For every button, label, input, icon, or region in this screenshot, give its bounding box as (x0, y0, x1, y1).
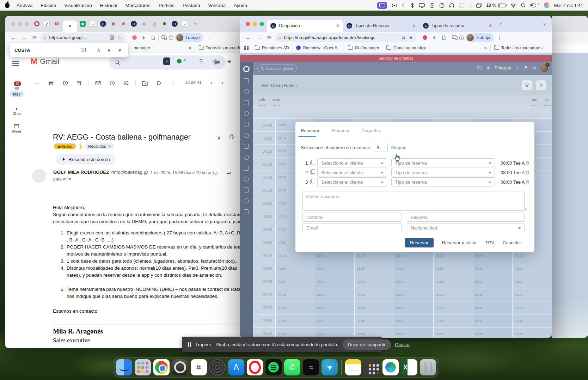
pinned-tab-burst-icon[interactable]: ✹ (121, 21, 127, 27)
sidebar-marketing-icon[interactable] (244, 177, 249, 182)
grid-cell[interactable]: 09:20 (354, 301, 394, 314)
reservar-button[interactable]: Reservar (405, 238, 434, 247)
grid-cell[interactable]: 09:00 (473, 275, 512, 288)
nav-meet[interactable]: 🗖Meet (5, 123, 28, 134)
extension-bolt-icon[interactable] (432, 35, 436, 40)
sidebar-tools-icon[interactable] (244, 188, 249, 192)
sidebar-schedule-icon[interactable] (244, 144, 249, 149)
duplicate-row-icon[interactable] (310, 170, 314, 174)
dock-camera-lens-icon[interactable] (209, 359, 226, 375)
mark-unread-icon[interactable] (91, 80, 105, 86)
grid-cell[interactable]: 09:10 (275, 288, 315, 301)
client-select[interactable]: Seleccione el cliente (317, 158, 387, 167)
tab-tipos-de-recurso[interactable]: O Tipos de recurso ✕ (419, 20, 496, 32)
bookmark-openai[interactable]: Overview - OpenA... (296, 45, 341, 50)
extension-jug-icon[interactable] (441, 35, 446, 40)
menu-clock[interactable]: Mar 2 dic 1:41 (554, 3, 583, 8)
bookmarks-overflow-chevron[interactable]: » (484, 45, 486, 50)
grid-cell[interactable]: 09:40 (473, 327, 512, 338)
delete-row-icon[interactable] (525, 179, 529, 186)
delete-icon[interactable] (72, 79, 86, 86)
back-to-inbox-icon[interactable]: ← (30, 80, 44, 86)
observations-textarea[interactable] (302, 191, 525, 211)
grid-cell[interactable]: 09:20 (394, 301, 433, 314)
sidebar-members-icon[interactable] (244, 133, 249, 138)
grid-cell[interactable]: 09:20 (275, 301, 315, 314)
new-tab-button[interactable]: + (194, 21, 197, 27)
sidebar-vouchers-icon[interactable] (244, 166, 249, 171)
grid-cell[interactable]: 09:00 (354, 275, 394, 288)
menu-marcadores[interactable]: Marcadores (125, 3, 151, 8)
collapse-icon[interactable]: ∨ (217, 134, 221, 141)
grid-cell[interactable]: 09:30 (394, 314, 433, 327)
pinned-tab-incognito-icon[interactable]: Ø (110, 21, 116, 27)
menu-pestana[interactable]: Pestaña (183, 3, 200, 8)
forward-button[interactable]: → (19, 35, 29, 41)
nationality-select[interactable]: Nacionalidad (407, 223, 525, 232)
star-email-icon[interactable]: ☆ (214, 170, 219, 177)
grid-cell[interactable]: 09:40 (354, 327, 394, 338)
reply-icon[interactable]: ↩ (227, 170, 231, 177)
pinned-tab-globe-icon[interactable]: ◍ (141, 21, 147, 27)
add-to-tasks-icon[interactable] (119, 79, 133, 86)
grid-cell[interactable]: 09:30 (354, 314, 394, 327)
gemini-sparkle-icon[interactable]: ✦ (227, 58, 232, 66)
pinned-tab-record-icon[interactable] (34, 21, 39, 26)
groups-link[interactable]: Grupos (391, 145, 406, 150)
grid-cell[interactable]: 08:50 (433, 262, 473, 275)
grid-cell[interactable]: 09:40 (394, 327, 433, 338)
modal-tab-paquetes[interactable]: Paquetes (362, 128, 381, 133)
pinned-tab-app-icon[interactable]: ▫ (182, 21, 188, 27)
dock-opera-icon[interactable] (247, 359, 263, 375)
gmail-menu-icon[interactable] (12, 61, 19, 62)
tab-search-chevron[interactable]: ∨ (543, 22, 548, 26)
grid-cell[interactable]: 09:10 (354, 288, 394, 301)
cancelar-button[interactable]: Cancelar (503, 240, 521, 245)
trupeer-menubar-icon[interactable] (544, 2, 550, 8)
forward-button[interactable]: → (254, 35, 263, 41)
find-prev-button[interactable]: ∧ (96, 48, 102, 53)
pinned-tab-gmail-icon[interactable]: M (54, 21, 60, 27)
minimize-window-button[interactable] (253, 22, 257, 26)
battery-indicator[interactable]: 18 % (486, 3, 506, 8)
pinned-tab-golfmanager-icon[interactable]: O (131, 21, 137, 27)
bookmark-golfmanager[interactable]: Golfmanager (348, 45, 379, 50)
snooze-clock-icon[interactable] (105, 79, 119, 86)
find-next-button[interactable]: ∨ (106, 48, 112, 53)
device-toolbar-icon[interactable] (161, 35, 167, 40)
grid-cell[interactable]: 08:50 (354, 262, 394, 275)
duplicate-row-icon[interactable] (310, 161, 314, 165)
close-window-button[interactable] (246, 22, 250, 26)
profile-chip[interactable]: Trabajo (465, 33, 494, 42)
apps-grid-icon[interactable] (244, 46, 249, 50)
bookmark-reuniones[interactable]: Reuniones AD (255, 45, 289, 50)
duplicate-row-icon[interactable] (310, 180, 314, 184)
reservation-type-select[interactable]: Tipo de reserva (391, 168, 495, 177)
minimize-window-button[interactable] (18, 22, 22, 26)
dock-launchpad-icon[interactable] (135, 359, 151, 375)
grid-cell[interactable]: 09:40 (433, 327, 473, 338)
menu-historial[interactable]: Historial (100, 3, 117, 8)
client-select[interactable]: Seleccione el cliente (317, 177, 387, 186)
grid-cell[interactable]: 08:50 (473, 262, 512, 275)
search-icon[interactable] (115, 60, 120, 65)
control-center-icon[interactable] (530, 4, 536, 7)
sidebar-billing-icon[interactable] (244, 198, 249, 203)
remove-label-icon[interactable]: ✕ (108, 145, 111, 148)
grid-cell[interactable]: 09:00 (315, 275, 354, 288)
older-email-chevron[interactable]: › (221, 80, 223, 85)
stage-manager-icon[interactable] (476, 3, 482, 8)
extension-record-icon[interactable] (423, 35, 427, 40)
reservation-count-input[interactable] (374, 143, 388, 152)
site-info-icon[interactable]: ⁞⁚ (279, 35, 281, 40)
grid-cell[interactable]: 08:50 (512, 262, 552, 275)
extension-bolt-icon[interactable] (142, 35, 146, 40)
all-bookmarks[interactable]: Todos los marcadores (494, 45, 543, 50)
delete-row-icon[interactable] (525, 170, 529, 176)
move-to-folder-icon[interactable] (138, 79, 152, 85)
stop-sharing-button[interactable]: Dejar de compartir (343, 339, 391, 350)
bookmark-star-icon[interactable]: ★ (409, 35, 413, 40)
new-tab-button[interactable]: + (499, 21, 502, 27)
name-field[interactable] (302, 213, 402, 222)
reservation-type-select[interactable]: Tipo de reserva (391, 158, 495, 167)
